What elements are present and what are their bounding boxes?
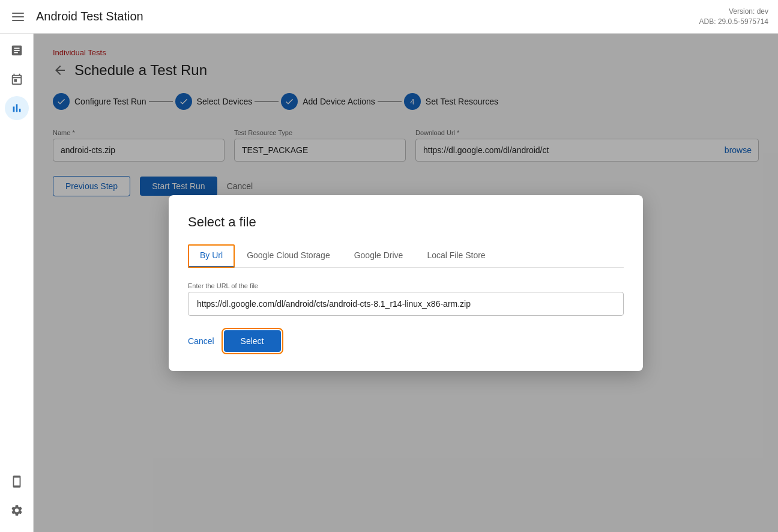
dialog-select-button[interactable]: Select: [224, 330, 281, 352]
sidebar: [0, 34, 34, 532]
main-layout: Individual Tests Schedule a Test Run Con…: [0, 34, 778, 532]
dialog-title: Select a file: [188, 214, 624, 230]
sidebar-item-settings[interactable]: [5, 498, 29, 522]
sidebar-item-analytics[interactable]: [5, 96, 29, 120]
content-area: Individual Tests Schedule a Test Run Con…: [34, 34, 778, 532]
sidebar-item-tests[interactable]: [5, 38, 29, 62]
sidebar-item-schedule[interactable]: [5, 67, 29, 91]
select-file-dialog: Select a file By Url Google Cloud Storag…: [169, 195, 643, 371]
dialog-action-buttons: Cancel Select: [188, 330, 624, 352]
tab-google-cloud-storage[interactable]: Google Cloud Storage: [235, 244, 342, 268]
app-title: Android Test Station: [36, 10, 143, 23]
dialog-url-label: Enter the URL of the file: [188, 282, 624, 289]
sidebar-item-devices[interactable]: [5, 470, 29, 494]
tab-local-file-store[interactable]: Local File Store: [415, 244, 497, 268]
tab-by-url[interactable]: By Url: [188, 244, 235, 268]
modal-overlay: Select a file By Url Google Cloud Storag…: [34, 34, 778, 532]
topbar-left: Android Test Station: [10, 10, 143, 23]
dialog-url-wrap[interactable]: [188, 292, 624, 316]
dialog-tabs: By Url Google Cloud Storage Google Drive…: [188, 244, 624, 268]
menu-icon[interactable]: [10, 10, 26, 23]
dialog-url-input[interactable]: [197, 299, 615, 309]
topbar: Android Test Station Version: dev ADB: 2…: [0, 0, 778, 34]
tab-google-drive[interactable]: Google Drive: [342, 244, 415, 268]
version-info: Version: dev ADB: 29.0.5-5975714: [699, 7, 768, 27]
dialog-cancel-button[interactable]: Cancel: [188, 336, 214, 346]
